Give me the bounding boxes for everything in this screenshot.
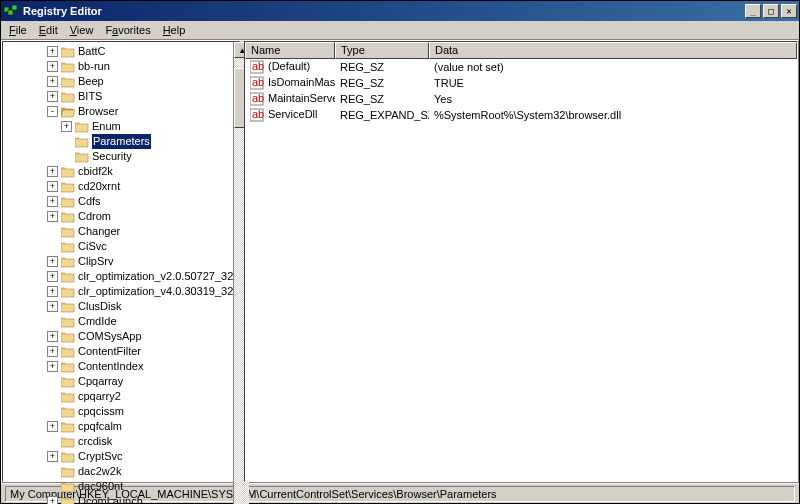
expand-toggle[interactable]: + [47, 271, 58, 282]
key-tree[interactable]: +BattC+bb-run+Beep+BITS-Browser+EnumPara… [3, 42, 233, 504]
tree-item-label[interactable]: cd20xrnt [78, 179, 120, 194]
maximize-button[interactable]: □ [763, 4, 779, 18]
expand-toggle[interactable]: + [47, 76, 58, 87]
tree-item-label[interactable]: CmdIde [78, 314, 117, 329]
column-type[interactable]: Type [335, 42, 429, 59]
expand-toggle[interactable]: + [47, 61, 58, 72]
expand-toggle[interactable]: + [47, 331, 58, 342]
tree-item-label[interactable]: clr_optimization_v2.0.50727_32 [78, 269, 233, 284]
tree-item-label[interactable]: BattC [78, 44, 106, 59]
tree-item-label[interactable]: bb-run [78, 59, 110, 74]
tree-item[interactable]: -Browser [5, 104, 233, 119]
tree-item[interactable]: +clr_optimization_v2.0.50727_32 [5, 269, 233, 284]
tree-item-label[interactable]: Beep [78, 74, 104, 89]
expand-toggle[interactable]: + [47, 181, 58, 192]
tree-item-label[interactable]: ClipSrv [78, 254, 113, 269]
tree-item-label[interactable]: Cdfs [78, 194, 101, 209]
tree-item[interactable]: +DcomLaunch [5, 494, 233, 504]
tree-item[interactable]: +CryptSvc [5, 449, 233, 464]
expand-toggle[interactable]: + [47, 256, 58, 267]
tree-item-label[interactable]: cpqcissm [78, 404, 124, 419]
tree-item[interactable]: cpqcissm [5, 404, 233, 419]
column-data[interactable]: Data [429, 42, 797, 59]
column-name[interactable]: Name [245, 42, 335, 59]
tree-item-label[interactable]: Parameters [92, 134, 151, 149]
tree-item[interactable]: +Beep [5, 74, 233, 89]
expand-toggle[interactable]: + [47, 346, 58, 357]
expand-toggle[interactable]: + [47, 451, 58, 462]
value-row[interactable]: abIsDomainMasterREG_SZTRUE [245, 75, 797, 91]
menu-help[interactable]: Help [157, 22, 192, 38]
menu-file[interactable]: File [3, 22, 33, 38]
tree-item[interactable]: crcdisk [5, 434, 233, 449]
tree-item[interactable]: +cpqfcalm [5, 419, 233, 434]
tree-item-label[interactable]: CiSvc [78, 239, 107, 254]
tree-item[interactable]: CiSvc [5, 239, 233, 254]
value-row[interactable]: abMaintainServerListREG_SZYes [245, 91, 797, 107]
tree-item[interactable]: +Cdfs [5, 194, 233, 209]
tree-item[interactable]: +clr_optimization_v4.0.30319_32 [5, 284, 233, 299]
value-list[interactable]: ab(Default)REG_SZ(value not set)abIsDoma… [245, 59, 797, 481]
expand-toggle[interactable]: + [47, 46, 58, 57]
expand-toggle[interactable]: - [47, 106, 58, 117]
tree-item[interactable]: Security [5, 149, 233, 164]
tree-item[interactable]: cpqarry2 [5, 389, 233, 404]
tree-item-label[interactable]: ContentIndex [78, 359, 143, 374]
expand-toggle[interactable]: + [47, 421, 58, 432]
menu-view[interactable]: View [64, 22, 100, 38]
expand-toggle[interactable]: + [47, 196, 58, 207]
minimize-button[interactable]: _ [745, 4, 761, 18]
value-row[interactable]: abServiceDllREG_EXPAND_SZ%SystemRoot%\Sy… [245, 107, 797, 123]
value-row[interactable]: ab(Default)REG_SZ(value not set) [245, 59, 797, 75]
tree-item[interactable]: +bb-run [5, 59, 233, 74]
expand-toggle[interactable]: + [47, 211, 58, 222]
tree-item[interactable]: +cbidf2k [5, 164, 233, 179]
titlebar[interactable]: Registry Editor _ □ ✕ [1, 1, 799, 21]
menu-favorites[interactable]: Favorites [99, 22, 156, 38]
tree-item-label[interactable]: cpqarry2 [78, 389, 121, 404]
tree-item-label[interactable]: BITS [78, 89, 102, 104]
expand-toggle[interactable]: + [47, 361, 58, 372]
tree-item[interactable]: Cpqarray [5, 374, 233, 389]
tree-item-label[interactable]: COMSysApp [78, 329, 142, 344]
tree-item-label[interactable]: Changer [78, 224, 120, 239]
tree-item[interactable]: dac960nt [5, 479, 233, 494]
expand-toggle[interactable]: + [61, 121, 72, 132]
expand-toggle[interactable]: + [47, 286, 58, 297]
tree-item[interactable]: +Enum [5, 119, 233, 134]
tree-item-label[interactable]: Enum [92, 119, 121, 134]
expand-toggle[interactable]: + [47, 166, 58, 177]
tree-item[interactable]: +ContentFilter [5, 344, 233, 359]
tree-item[interactable]: dac2w2k [5, 464, 233, 479]
tree-item[interactable]: CmdIde [5, 314, 233, 329]
tree-item-label[interactable]: Cdrom [78, 209, 111, 224]
tree-item[interactable]: +ContentIndex [5, 359, 233, 374]
expand-toggle[interactable]: + [47, 91, 58, 102]
tree-item-label[interactable]: dac2w2k [78, 464, 121, 479]
tree-item[interactable]: +Cdrom [5, 209, 233, 224]
close-button[interactable]: ✕ [781, 4, 797, 18]
tree-item-label[interactable]: Cpqarray [78, 374, 123, 389]
tree-item[interactable]: +BattC [5, 44, 233, 59]
tree-item[interactable]: +COMSysApp [5, 329, 233, 344]
tree-item-label[interactable]: cbidf2k [78, 164, 113, 179]
tree-item-label[interactable]: DcomLaunch [78, 494, 143, 504]
tree-item[interactable]: Parameters [5, 134, 233, 149]
expand-toggle[interactable]: + [47, 301, 58, 312]
tree-item[interactable]: +ClipSrv [5, 254, 233, 269]
tree-item-label[interactable]: Browser [78, 104, 118, 119]
expand-toggle[interactable]: + [47, 496, 58, 504]
tree-item[interactable]: Changer [5, 224, 233, 239]
tree-item-label[interactable]: ContentFilter [78, 344, 141, 359]
tree-item-label[interactable]: dac960nt [78, 479, 123, 494]
tree-item[interactable]: +cd20xrnt [5, 179, 233, 194]
tree-item-label[interactable]: Security [92, 149, 132, 164]
tree-item-label[interactable]: cpqfcalm [78, 419, 122, 434]
tree-item-label[interactable]: CryptSvc [78, 449, 123, 464]
tree-item-label[interactable]: clr_optimization_v4.0.30319_32 [78, 284, 233, 299]
tree-item[interactable]: +ClusDisk [5, 299, 233, 314]
tree-item-label[interactable]: ClusDisk [78, 299, 121, 314]
tree-item[interactable]: +BITS [5, 89, 233, 104]
menu-edit[interactable]: Edit [33, 22, 64, 38]
tree-item-label[interactable]: crcdisk [78, 434, 112, 449]
